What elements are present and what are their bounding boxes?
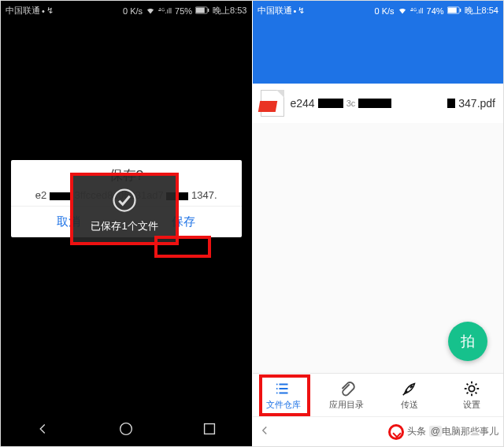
redacted-block — [50, 192, 72, 200]
carrier-label: 中国联通 — [258, 5, 292, 17]
system-nav-bar: 头条 @电脑那些事儿 — [253, 416, 504, 446]
svg-rect-5 — [205, 424, 215, 434]
redacted-block — [358, 99, 391, 108]
clip-icon — [338, 380, 355, 397]
watermark: 头条 @电脑那些事儿 — [388, 424, 498, 440]
svg-rect-1 — [196, 7, 205, 13]
toast-text: 已保存1个文件 — [91, 219, 158, 233]
pdf-icon — [261, 90, 284, 117]
svg-rect-8 — [460, 8, 461, 11]
battery-label: 75% — [175, 6, 192, 16]
hd-icon: • — [294, 6, 297, 16]
svg-point-11 — [276, 392, 278, 393]
tab-settings[interactable]: 设置 — [440, 374, 503, 416]
gear-icon — [463, 380, 480, 397]
svg-point-4 — [120, 423, 132, 435]
bottom-tabs: 文件仓库 应用目录 传送 设置 — [253, 373, 504, 416]
battery-label: 74% — [427, 6, 444, 16]
wifi-icon — [146, 6, 155, 17]
right-screen: 中国联通 • ↯ 0 K/s ⁴ᴳ.ıll 74% 晚上8:54 — [252, 1, 504, 446]
tab-transfer[interactable]: 传送 — [378, 374, 441, 416]
check-circle-icon — [110, 186, 139, 214]
svg-point-12 — [410, 385, 413, 387]
back-icon[interactable] — [258, 423, 272, 441]
battery-icon — [447, 6, 461, 16]
svg-rect-7 — [447, 7, 456, 13]
toast: 已保存1个文件 — [73, 176, 176, 244]
nfc-icon: ↯ — [298, 6, 305, 16]
time-label: 晚上8:53 — [213, 5, 246, 17]
list-icon — [275, 380, 292, 397]
svg-rect-2 — [208, 8, 209, 11]
wifi-icon — [398, 6, 407, 17]
signal-icon: ⁴ᴳ.ıll — [158, 7, 172, 15]
rocket-icon — [401, 380, 418, 397]
file-row[interactable]: e244 3c 347.pdf — [253, 84, 504, 123]
toutiao-icon — [388, 424, 404, 440]
nfc-icon: ↯ — [46, 6, 54, 16]
svg-point-9 — [276, 383, 278, 385]
back-icon[interactable] — [34, 420, 51, 441]
redacted-block — [318, 99, 343, 108]
svg-point-3 — [114, 190, 135, 211]
carrier-label: 中国联通 — [6, 5, 40, 17]
left-screen: 中国联通 • ↯ 0 K/s ⁴ᴳ.ıll 75% 晚上8:53 保存? e2 — [1, 1, 252, 446]
hd-icon: • — [42, 6, 45, 16]
status-bar: 中国联通 • ↯ 0 K/s ⁴ᴳ.ıll 75% 晚上8:53 — [1, 1, 252, 20]
svg-point-10 — [276, 388, 278, 389]
battery-icon — [195, 6, 209, 16]
tab-library[interactable]: 文件仓库 — [253, 374, 316, 416]
app-header — [253, 20, 504, 84]
net-speed: 0 K/s — [123, 6, 143, 16]
file-name: e244 3c 347.pdf — [291, 97, 496, 110]
time-label: 晚上8:54 — [465, 5, 498, 17]
home-icon[interactable] — [117, 420, 135, 441]
signal-icon: ⁴ᴳ.ıll — [410, 7, 424, 15]
system-nav-bar — [1, 415, 252, 446]
tab-apps[interactable]: 应用目录 — [315, 374, 378, 416]
camera-fab[interactable]: 拍 — [448, 322, 487, 361]
svg-point-13 — [469, 386, 475, 391]
recent-icon[interactable] — [201, 420, 218, 441]
net-speed: 0 K/s — [374, 6, 394, 16]
redacted-block — [447, 99, 455, 108]
status-bar: 中国联通 • ↯ 0 K/s ⁴ᴳ.ıll 74% 晚上8:54 — [253, 1, 504, 20]
